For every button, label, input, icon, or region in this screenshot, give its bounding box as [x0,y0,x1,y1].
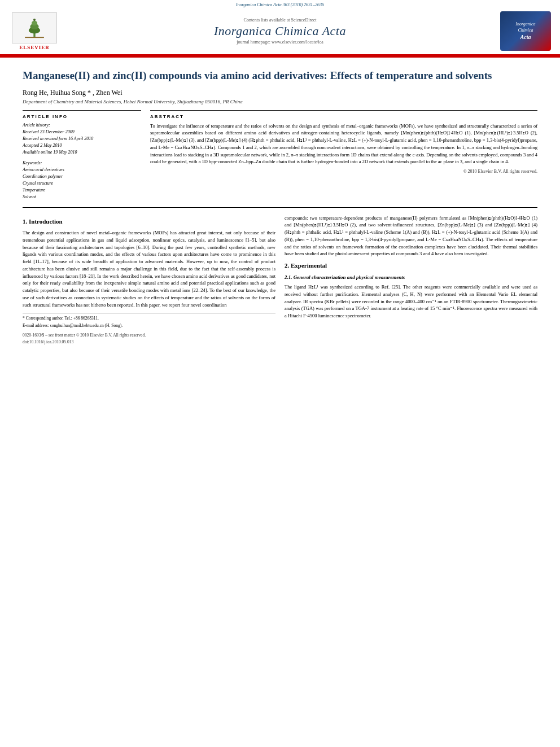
intro-title: 1. Introduction [23,217,275,226]
exp-number: 2. [285,262,289,269]
keywords-title: Keywords: [23,160,141,165]
journal-branding: ELSEVIER Contents lists available at Sci… [0,9,560,53]
intro-para-1: The design and construction of novel met… [23,229,275,308]
svg-rect-5 [25,37,44,38]
author-rong: Rong He, Huihua Song [23,89,86,97]
article-info-col: ARTICLE INFO Article history: Received 2… [23,110,141,200]
logo-right-text: Inorganica Chimica Acta [515,21,535,41]
author-zhen: , Zhen Wei [93,89,122,97]
keyword-5: Solvent [23,194,141,200]
red-divider [0,54,560,56]
issn-text: 0020-1693/$ – see front matter © 2010 El… [23,332,275,338]
paper-content: Manganese(II) and zinc(II) compounds via… [0,58,560,354]
body-col-left: 1. Introduction The design and construct… [23,215,275,345]
history-received: Received 23 December 2009 [23,129,141,136]
elsevier-logo: ELSEVIER [9,12,60,50]
doi-text: doi:10.1016/j.ica.2010.05.013 [23,339,275,345]
svg-point-3 [32,21,37,25]
history-title: Article history: [23,123,141,128]
elsevier-image [12,12,57,43]
journal-top-bar: Inorganica Chimica Acta 363 (2010) 2631–… [0,2,560,7]
sciencedirect-line: Contents lists available at ScienceDirec… [60,18,500,23]
elsevier-tree-svg [18,17,51,38]
keyword-4: Temperature [23,187,141,194]
abstract-text: To investigate the influence of temperat… [150,123,537,166]
copyright: © 2010 Elsevier B.V. All rights reserved… [150,169,537,174]
footnote-email: E-mail address: songhuihua@mail.hebtu.ed… [23,323,275,329]
corresponding-star: * [88,89,91,97]
intro-col2-para: compounds: two temperature-dependent pro… [285,215,537,258]
body-col-right: compounds: two temperature-dependent pro… [285,215,537,345]
journal-top-text: Inorganica Chimica Acta 363 (2010) 2631–… [236,2,324,7]
journal-header: Inorganica Chimica Acta 363 (2010) 2631–… [0,0,560,58]
article-history: Article history: Received 23 December 20… [23,123,141,156]
keyword-1: Amino acid derivatives [23,167,141,173]
abstract-label: ABSTRACT [150,114,537,119]
history-online: Available online 19 May 2010 [23,149,141,156]
info-abstract-section: ARTICLE INFO Article history: Received 2… [23,110,537,200]
separator [23,207,537,208]
footnote-section: * Corresponding author. Tel.: +86 862683… [23,313,275,329]
issn-bar: 0020-1693/$ – see front matter © 2010 El… [23,332,275,345]
abstract-col: ABSTRACT To investigate the influence of… [150,110,537,200]
exp-subsection: 2.1. General characterization and physic… [285,274,537,282]
exp-heading: Experimental [291,262,327,269]
intro-number: 1. [23,218,27,225]
article-title: Manganese(II) and zinc(II) compounds via… [23,69,537,83]
journal-title: Inorganica Chimica Acta [60,24,500,38]
journal-homepage: journal homepage: www.elsevier.com/locat… [60,40,500,45]
keyword-2: Coordination polymer [23,173,141,180]
history-revised: Received in revised form 16 April 2010 [23,136,141,142]
authors-line: Rong He, Huihua Song * , Zhen Wei [23,89,537,97]
keywords-section: Keywords: Amino acid derivatives Coordin… [23,160,141,200]
svg-point-4 [33,19,36,21]
elsevier-label: ELSEVIER [19,45,50,50]
exp-para: The ligand H₂L¹ was synthesized accordin… [285,283,537,320]
keywords-list: Amino acid derivatives Coordination poly… [23,167,141,200]
keyword-3: Crystal structure [23,180,141,187]
footnote-corresponding: * Corresponding author. Tel.: +86 862683… [23,316,275,322]
journal-center: Contents lists available at ScienceDirec… [60,18,500,45]
body-section: 1. Introduction The design and construct… [23,215,537,345]
intro-heading: Introduction [29,218,63,225]
history-accepted: Accepted 2 May 2010 [23,142,141,149]
contents-text: Contents lists available at ScienceDirec… [244,18,317,23]
journal-logo-right: Inorganica Chimica Acta [500,11,551,51]
affiliation: Department of Chemistry and Material Sci… [23,99,537,104]
experimental-title: 2. Experimental [285,261,537,270]
article-info-label: ARTICLE INFO [23,114,141,119]
